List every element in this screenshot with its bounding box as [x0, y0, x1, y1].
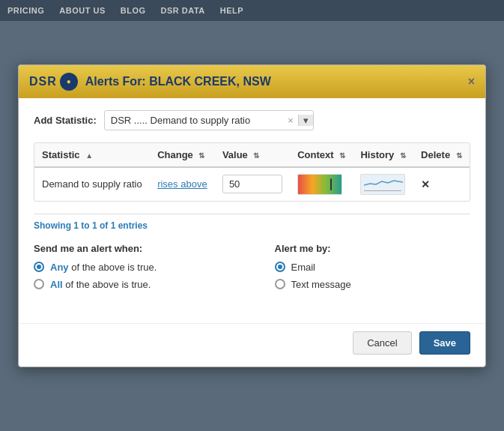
col-statistic[interactable]: Statistic ▲	[34, 143, 150, 167]
sort-icon-change: ⇅	[198, 151, 204, 160]
save-button[interactable]: Save	[419, 331, 470, 355]
dsr-logo-circle: ●	[60, 73, 78, 91]
alert-by-title: Alert me by:	[275, 243, 471, 254]
close-button[interactable]: ×	[468, 76, 475, 88]
send-alert-group: Send me an alert when: Any of the above …	[34, 243, 230, 296]
statistic-select[interactable]: DSR ..... Demand to supply ratio × ▾	[104, 110, 314, 130]
modal-header: DSR ● Alerts For: BLACK CREEK, NSW ×	[19, 65, 485, 98]
col-change[interactable]: Change ⇅	[150, 143, 215, 167]
col-delete[interactable]: Delete ⇅	[413, 143, 470, 167]
radio-any-option[interactable]: Any of the above is true.	[34, 262, 230, 273]
select-dropdown-icon[interactable]: ▾	[298, 115, 313, 126]
nav-item-dsrdata[interactable]: DSR DATA	[161, 6, 205, 15]
radio-text-label: Text message	[291, 279, 351, 290]
divider	[34, 214, 470, 214]
context-chart[interactable]	[297, 174, 342, 195]
nav-item-blog[interactable]: BLOG	[121, 6, 146, 15]
sort-icon-context: ⇅	[339, 151, 345, 160]
table-row: Demand to supply ratio rises above	[34, 167, 470, 201]
sort-icon-statistic: ▲	[85, 151, 93, 160]
radio-all-option[interactable]: All of the above is true.	[34, 279, 230, 290]
send-alert-title: Send me an alert when:	[34, 243, 230, 254]
alert-by-group: Alert me by: Email Text message	[275, 243, 471, 296]
modal-body: Add Statistic: DSR ..... Demand to suppl…	[19, 98, 485, 323]
nav-item-help[interactable]: HELP	[220, 6, 243, 15]
statistic-name: Demand to supply ratio	[42, 178, 142, 190]
add-statistic-row: Add Statistic: DSR ..... Demand to suppl…	[34, 110, 470, 130]
select-clear-icon[interactable]: ×	[283, 115, 298, 126]
radio-email-option[interactable]: Email	[275, 262, 471, 273]
col-context[interactable]: Context ⇅	[290, 143, 353, 167]
showing-prefix: Showing	[34, 220, 73, 231]
radio-text-circle[interactable]	[275, 279, 285, 289]
cell-delete: ✕	[413, 167, 470, 201]
nav-item-about[interactable]: ABOUT US	[59, 6, 105, 15]
nav-bar: PRICING ABOUT US BLOG DSR DATA HELP	[0, 0, 504, 21]
col-history[interactable]: History ⇅	[353, 143, 413, 167]
modal-title: Alerts For: BLACK CREEK, NSW	[85, 75, 271, 88]
cancel-button[interactable]: Cancel	[353, 331, 411, 355]
radio-any-label: Any of the above is true.	[50, 262, 157, 273]
delete-button[interactable]: ✕	[421, 178, 430, 190]
col-value[interactable]: Value ⇅	[215, 143, 290, 167]
sort-icon-value: ⇅	[253, 151, 259, 160]
radio-text-option[interactable]: Text message	[275, 279, 471, 290]
value-input[interactable]	[222, 175, 282, 193]
sort-icon-history: ⇅	[400, 151, 406, 160]
cell-context	[290, 167, 353, 201]
modal-header-left: DSR ● Alerts For: BLACK CREEK, NSW	[29, 73, 271, 91]
cell-history	[353, 167, 413, 201]
showing-mid: of	[97, 220, 111, 231]
radio-all-circle[interactable]	[34, 279, 44, 289]
showing-range: 1 to 1	[73, 220, 97, 231]
radio-email-circle[interactable]	[275, 262, 285, 272]
history-chart[interactable]	[360, 174, 405, 195]
table-header-row: Statistic ▲ Change ⇅ Value ⇅ Context	[34, 143, 470, 167]
modal-footer: Cancel Save	[19, 323, 485, 367]
cell-statistic: Demand to supply ratio	[34, 167, 150, 201]
alerts-table: Statistic ▲ Change ⇅ Value ⇅ Context	[34, 143, 470, 201]
cell-change: rises above	[150, 167, 215, 201]
history-sparkline	[364, 178, 403, 188]
radio-any-circle[interactable]	[34, 262, 44, 272]
change-link[interactable]: rises above	[157, 178, 207, 190]
alert-options: Send me an alert when: Any of the above …	[34, 243, 470, 296]
alerts-modal: DSR ● Alerts For: BLACK CREEK, NSW × Add…	[18, 64, 486, 367]
nav-item-pricing[interactable]: PRICING	[7, 6, 44, 15]
showing-text: Showing 1 to 1 of 1 entries	[34, 220, 470, 231]
radio-all-label: All of the above is true.	[50, 279, 151, 290]
sort-icon-delete: ⇅	[456, 151, 462, 160]
alerts-table-section: Statistic ▲ Change ⇅ Value ⇅ Context	[34, 142, 470, 202]
showing-suffix: entries	[115, 220, 148, 231]
select-value: DSR ..... Demand to supply ratio	[105, 111, 283, 130]
add-statistic-label: Add Statistic:	[34, 115, 97, 126]
dsr-logo: DSR ●	[29, 73, 78, 91]
cell-value	[215, 167, 290, 201]
dsr-text: DSR	[29, 75, 57, 88]
radio-email-label: Email	[291, 262, 316, 273]
